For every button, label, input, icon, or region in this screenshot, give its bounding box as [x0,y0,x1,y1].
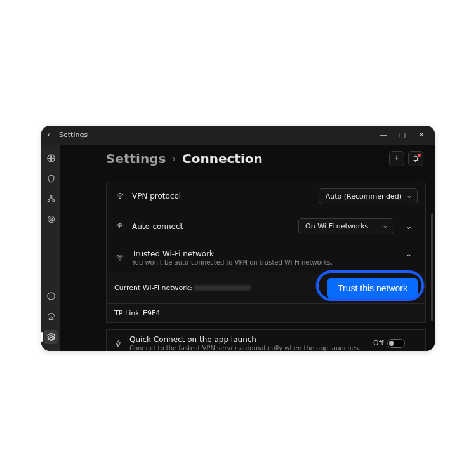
trust-network-button[interactable]: Trust this network [327,278,418,298]
vpn-protocol-label: VPN protocol [132,192,181,201]
bolt-icon [114,339,123,348]
chevron-right-icon: › [172,154,176,164]
trusted-wifi-row: Trusted Wi-Fi network You won't be auto-… [106,242,426,273]
page-title: Connection [182,151,263,166]
minimize-button[interactable]: — [374,126,393,145]
target-icon[interactable] [44,213,58,227]
header-row: Settings › Connection [60,145,435,169]
vpn-protocol-row: VPN protocol Auto (Recommended) [106,182,426,211]
current-network-label: Current Wi-Fi network: [114,284,192,292]
auto-connect-row: Auto-connect On Wi-Fi networks ⌄ [106,211,426,242]
svg-point-8 [50,336,52,338]
breadcrumb-root[interactable]: Settings [106,151,166,166]
titlebar: ← Settings — ▢ ✕ [41,126,435,145]
trusted-network-name: TP-Link_E9F4 [114,309,160,317]
close-button[interactable]: ✕ [412,126,431,145]
settings-panel: VPN protocol Auto (Recommended) Auto-con… [106,182,426,351]
breadcrumb: Settings › Connection [106,151,263,166]
gear-icon[interactable] [44,330,58,344]
auto-connect-icon [114,222,126,231]
wifi-icon [114,253,126,262]
info-icon[interactable] [44,289,58,303]
back-button[interactable]: ← [45,131,55,139]
trusted-wifi-sub: You won't be auto-connected to VPN on tr… [132,259,333,266]
sidebar [41,145,60,351]
download-button[interactable] [389,151,404,166]
shield-icon[interactable] [44,172,58,186]
notifications-button[interactable] [408,151,423,166]
vpn-icon [114,192,126,201]
quick-connect-toggle[interactable]: Off [373,339,405,348]
scrollbar[interactable] [431,213,433,321]
window-title: Settings [59,131,88,139]
quick-connect-sub: Connect to the fastest VPN server automa… [129,345,360,351]
content-area: Settings › Connection VPN protocol [60,145,435,351]
app-window: ← Settings — ▢ ✕ [41,126,435,351]
quick-connect-row: Quick Connect on the app launch Connect … [106,329,426,351]
vpn-protocol-select[interactable]: Auto (Recommended) [319,188,418,204]
trusted-network-item[interactable]: TP-Link_E9F4 [106,304,426,323]
current-network-value [194,285,251,291]
auto-connect-expand[interactable]: ⌄ [400,218,418,235]
quick-connect-label: Quick Connect on the app launch [129,335,360,344]
current-network-row: Current Wi-Fi network: Trust this networ… [106,273,426,304]
svg-point-6 [50,219,51,220]
toggle-label: Off [373,339,383,347]
trusted-wifi-collapse[interactable]: ⌃ [400,249,418,267]
maximize-button[interactable]: ▢ [393,126,412,145]
trusted-wifi-label: Trusted Wi-Fi network [132,249,333,258]
pair-icon[interactable] [44,192,58,206]
auto-connect-label: Auto-connect [132,222,183,231]
globe-icon[interactable] [44,152,58,166]
security-icon[interactable] [44,310,58,324]
auto-connect-select[interactable]: On Wi-Fi networks [298,218,393,234]
svg-point-10 [119,259,120,260]
svg-point-9 [119,198,120,199]
